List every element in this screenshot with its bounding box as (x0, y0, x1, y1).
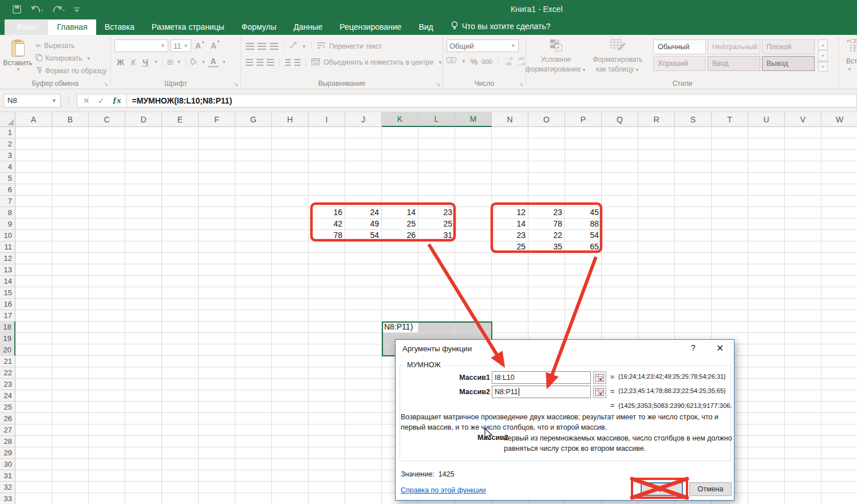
cell-B28[interactable] (52, 436, 89, 447)
column-header-N[interactable]: N (492, 112, 528, 127)
cell-W25[interactable] (822, 402, 857, 413)
cell-V3[interactable] (785, 150, 822, 161)
cell-I12[interactable] (309, 253, 345, 264)
cell-I5[interactable] (309, 173, 345, 184)
gallery-scroll-down-icon[interactable]: ▼ (818, 50, 828, 61)
cell-H1[interactable] (272, 127, 309, 138)
cell-H11[interactable] (272, 241, 309, 253)
cell-V23[interactable] (785, 379, 822, 390)
cell-E18[interactable] (162, 322, 199, 333)
cell-A16[interactable] (15, 299, 52, 310)
row-header-21[interactable]: 21 (0, 356, 15, 367)
cell-U20[interactable] (748, 344, 785, 356)
cell-H8[interactable] (272, 207, 309, 219)
cell-T1[interactable] (712, 127, 748, 138)
cell-O15[interactable] (528, 287, 565, 299)
cell-M4[interactable] (455, 161, 492, 173)
font-color-icon[interactable]: A (208, 57, 218, 68)
cell-N18[interactable] (492, 322, 528, 333)
cell-J30[interactable] (345, 459, 382, 470)
column-header-K[interactable]: K (382, 112, 418, 127)
cell-I24[interactable] (309, 390, 345, 402)
cell-A31[interactable] (15, 470, 52, 482)
cell-J22[interactable] (345, 367, 382, 379)
cell-I17[interactable] (309, 310, 345, 322)
cell-F15[interactable] (199, 287, 235, 299)
cell-W29[interactable] (822, 447, 857, 459)
cell-U18[interactable] (748, 322, 785, 333)
cell-P1[interactable] (565, 127, 602, 138)
cell-J31[interactable] (345, 470, 382, 482)
cell-C20[interactable] (89, 344, 125, 356)
insert-cells-button[interactable]: Вставить ▼ (839, 35, 857, 89)
cell-R4[interactable] (638, 161, 675, 173)
cell-I4[interactable] (309, 161, 345, 173)
cell-Q7[interactable] (602, 196, 638, 207)
function-help-link[interactable]: Справка по этой функции (401, 486, 486, 494)
cell-O11[interactable]: 35 (528, 241, 565, 253)
column-header-G[interactable]: G (235, 112, 272, 127)
cell-W30[interactable] (822, 459, 857, 470)
cell-A20[interactable] (15, 344, 52, 356)
cancel-entry-icon[interactable]: ✕ (83, 96, 90, 105)
cell-E32[interactable] (162, 482, 199, 493)
cell-Q13[interactable] (602, 264, 638, 276)
column-header-L[interactable]: L (418, 112, 455, 127)
cell-U13[interactable] (748, 264, 785, 276)
italic-button[interactable]: К (129, 58, 138, 67)
cell-M6[interactable] (455, 184, 492, 196)
cell-J5[interactable] (345, 173, 382, 184)
cell-C2[interactable] (89, 138, 125, 150)
cell-I22[interactable] (309, 367, 345, 379)
cell-W12[interactable] (822, 253, 857, 264)
alignment-launcher-icon[interactable]: ↘ (436, 81, 440, 87)
cell-B18[interactable] (52, 322, 89, 333)
cell-A12[interactable] (15, 253, 52, 264)
cell-V18[interactable] (785, 322, 822, 333)
cell-F4[interactable] (199, 161, 235, 173)
cell-C6[interactable] (89, 184, 125, 196)
percent-style-button[interactable]: % (470, 57, 477, 66)
cell-O16[interactable] (528, 299, 565, 310)
cell-A28[interactable] (15, 436, 52, 447)
cell-B9[interactable] (52, 219, 89, 230)
cell-E25[interactable] (162, 402, 199, 413)
dialog-close-icon[interactable]: ✕ (716, 343, 724, 354)
row-header-18[interactable]: 18 (0, 322, 15, 333)
cell-J25[interactable] (345, 402, 382, 413)
cell-C24[interactable] (89, 390, 125, 402)
cell-F6[interactable] (199, 184, 235, 196)
cell-W27[interactable] (822, 424, 857, 436)
cell-A6[interactable] (15, 184, 52, 196)
align-middle-icon[interactable] (258, 43, 266, 50)
cell-W31[interactable] (822, 470, 857, 482)
cell-C12[interactable] (89, 253, 125, 264)
cell-B12[interactable] (52, 253, 89, 264)
cell-D9[interactable] (125, 219, 162, 230)
cell-D3[interactable] (125, 150, 162, 161)
cell-O17[interactable] (528, 310, 565, 322)
cell-V25[interactable] (785, 402, 822, 413)
column-header-D[interactable]: D (125, 112, 162, 127)
cell-D18[interactable] (125, 322, 162, 333)
cell-S13[interactable] (675, 264, 712, 276)
cell-M12[interactable] (455, 253, 492, 264)
cell-E29[interactable] (162, 447, 199, 459)
cell-E28[interactable] (162, 436, 199, 447)
cell-P3[interactable] (565, 150, 602, 161)
cell-F33[interactable] (199, 493, 235, 504)
cell-J11[interactable] (345, 241, 382, 253)
cell-T17[interactable] (712, 310, 748, 322)
cell-O6[interactable] (528, 184, 565, 196)
cell-I20[interactable] (309, 344, 345, 356)
cell-C22[interactable] (89, 367, 125, 379)
cell-G7[interactable] (235, 196, 272, 207)
style-normal[interactable]: Обычный (653, 39, 706, 54)
cell-C9[interactable] (89, 219, 125, 230)
cell-V2[interactable] (785, 138, 822, 150)
cell-H32[interactable] (272, 482, 309, 493)
cell-P2[interactable] (565, 138, 602, 150)
cell-T4[interactable] (712, 161, 748, 173)
cell-B10[interactable] (52, 230, 89, 241)
number-launcher-icon[interactable]: ↘ (519, 81, 523, 87)
